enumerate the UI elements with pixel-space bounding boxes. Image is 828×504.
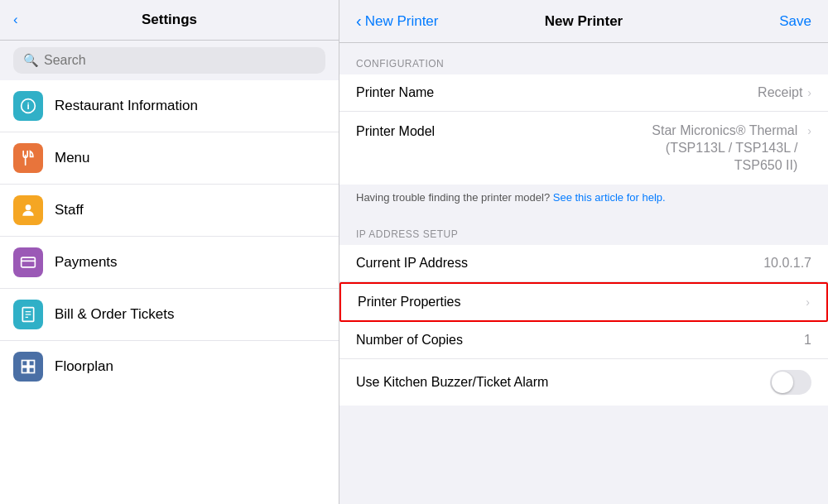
printer-name-value: Receipt bbox=[758, 85, 802, 100]
printer-name-chevron: › bbox=[807, 86, 811, 99]
svg-rect-12 bbox=[29, 367, 35, 373]
number-of-copies-row[interactable]: Number of Copies 1 bbox=[339, 322, 828, 359]
kitchen-buzzer-label: Use Kitchen Buzzer/Ticket Alarm bbox=[356, 375, 548, 390]
settings-list: iRestaurant InformationMenuStaffPayments… bbox=[0, 80, 339, 504]
current-ip-value: 10.0.1.7 bbox=[763, 256, 811, 271]
configuration-section-header: CONFIGURATION bbox=[339, 43, 828, 74]
printer-name-row[interactable]: Printer Name Receipt › bbox=[339, 74, 828, 112]
right-back-button[interactable]: ‹ New Printer bbox=[356, 12, 438, 31]
configuration-card: Printer Name Receipt › Printer Model Sta… bbox=[339, 74, 828, 185]
sidebar-item-staff[interactable]: Staff bbox=[0, 185, 339, 237]
printer-properties-chevron: › bbox=[806, 295, 810, 309]
sidebar-item-bill[interactable]: Bill & Order Tickets bbox=[0, 289, 339, 341]
svg-point-2 bbox=[26, 204, 31, 210]
kitchen-buzzer-toggle[interactable] bbox=[770, 370, 811, 395]
number-of-copies-label: Number of Copies bbox=[356, 333, 463, 348]
grid-icon bbox=[13, 352, 43, 382]
printer-model-label: Printer Model bbox=[356, 122, 435, 139]
printer-model-value: Star Micronics® Thermal (TSP113L / TSP14… bbox=[615, 122, 797, 174]
sidebar-item-label-floorplan: Floorplan bbox=[55, 358, 113, 375]
svg-text:i: i bbox=[26, 100, 29, 111]
sidebar-item-restaurant[interactable]: iRestaurant Information bbox=[0, 80, 339, 132]
number-of-copies-value-group: 1 bbox=[804, 333, 811, 348]
kitchen-buzzer-row[interactable]: Use Kitchen Buzzer/Ticket Alarm bbox=[339, 359, 828, 406]
search-container: 🔍 bbox=[0, 41, 339, 80]
sidebar-item-label-restaurant: Restaurant Information bbox=[55, 98, 198, 114]
right-back-chevron: ‹ bbox=[356, 12, 362, 31]
printer-properties-row[interactable]: Printer Properties › bbox=[341, 284, 826, 320]
left-panel: ‹ Settings 🔍 iRestaurant InformationMenu… bbox=[0, 0, 339, 504]
sidebar-item-label-staff: Staff bbox=[55, 202, 84, 218]
right-back-label: New Printer bbox=[365, 13, 439, 30]
search-bar[interactable]: 🔍 bbox=[13, 47, 325, 74]
svg-rect-3 bbox=[22, 257, 36, 267]
current-ip-label: Current IP Address bbox=[356, 256, 468, 271]
svg-rect-10 bbox=[29, 361, 35, 367]
right-title: New Printer bbox=[545, 13, 623, 30]
sidebar-item-floorplan[interactable]: Floorplan bbox=[0, 341, 339, 392]
number-of-copies-value: 1 bbox=[804, 333, 811, 348]
left-back-button[interactable]: ‹ bbox=[13, 12, 18, 28]
sidebar-item-menu[interactable]: Menu bbox=[0, 132, 339, 185]
printer-properties-value-group: › bbox=[806, 295, 810, 309]
svg-rect-11 bbox=[22, 367, 28, 373]
search-icon: 🔍 bbox=[23, 53, 39, 68]
printer-model-row[interactable]: Printer Model Star Micronics® Thermal (T… bbox=[339, 112, 828, 185]
printer-properties-highlight: Printer Properties › bbox=[339, 282, 828, 322]
right-header-inner: ‹ New Printer New Printer Save bbox=[356, 12, 811, 31]
right-panel: ‹ New Printer New Printer Save CONFIGURA… bbox=[339, 0, 828, 504]
save-button[interactable]: Save bbox=[779, 13, 811, 30]
right-header: ‹ New Printer New Printer Save bbox=[339, 0, 828, 43]
current-ip-row[interactable]: Current IP Address 10.0.1.7 bbox=[339, 245, 828, 282]
printer-model-value-group: Star Micronics® Thermal (TSP113L / TSP14… bbox=[615, 122, 811, 174]
left-title: Settings bbox=[142, 12, 197, 28]
sidebar-item-label-menu: Menu bbox=[55, 150, 90, 166]
person-icon bbox=[13, 195, 43, 225]
help-link[interactable]: See this article for help. bbox=[553, 191, 666, 204]
receipt-icon bbox=[13, 300, 43, 329]
ip-section-header: IP ADDRESS SETUP bbox=[339, 214, 828, 245]
ip-card: Current IP Address 10.0.1.7 Printer Prop… bbox=[339, 245, 828, 406]
card-icon bbox=[13, 247, 43, 277]
sidebar-item-label-payments: Payments bbox=[55, 254, 118, 271]
right-content: CONFIGURATION Printer Name Receipt › Pri… bbox=[339, 43, 828, 504]
search-input[interactable] bbox=[44, 53, 315, 68]
info-icon: i bbox=[13, 91, 43, 121]
printer-name-label: Printer Name bbox=[356, 85, 434, 100]
svg-rect-9 bbox=[22, 361, 28, 367]
printer-model-chevron: › bbox=[807, 122, 811, 137]
left-header: ‹ Settings bbox=[0, 0, 339, 41]
printer-name-value-group: Receipt › bbox=[758, 85, 811, 100]
current-ip-value-group: 10.0.1.7 bbox=[763, 256, 811, 271]
sidebar-item-label-bill: Bill & Order Tickets bbox=[55, 306, 175, 323]
printer-properties-label: Printer Properties bbox=[358, 295, 461, 310]
sidebar-item-payments[interactable]: Payments bbox=[0, 237, 339, 289]
fork-knife-icon bbox=[13, 143, 43, 173]
help-text-block: Having trouble finding the printer model… bbox=[339, 185, 828, 214]
help-text-static: Having trouble finding the printer model… bbox=[356, 191, 550, 204]
